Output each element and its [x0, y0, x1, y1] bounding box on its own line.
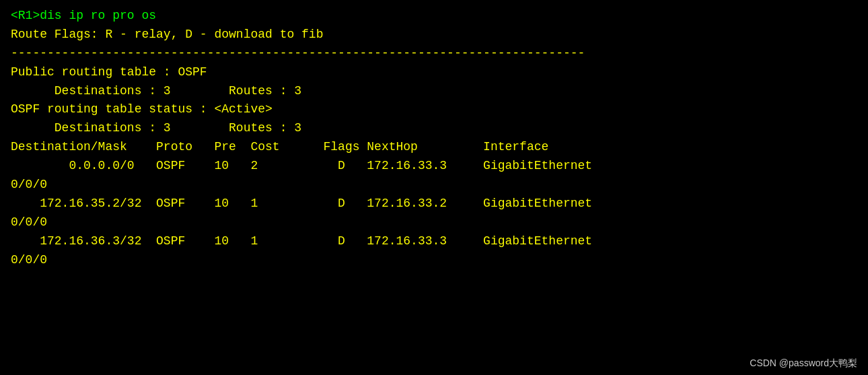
route-3b: 0/0/0: [11, 251, 857, 270]
ospf-status-line: OSPF routing table status : <Active>: [11, 100, 857, 119]
route-3a: 172.16.36.3/32 OSPF 10 1 D 172.16.33.3 G…: [11, 232, 857, 251]
table-header: Destination/Mask Proto Pre Cost Flags Ne…: [11, 138, 857, 157]
watermark: CSDN @password大鸭梨: [750, 357, 857, 370]
route-1a: 0.0.0.0/0 OSPF 10 2 D 172.16.33.3 Gigabi…: [11, 157, 857, 176]
destinations-line-1: Destinations : 3 Routes : 3: [11, 82, 857, 101]
destinations-line-2: Destinations : 3 Routes : 3: [11, 119, 857, 138]
route-2b: 0/0/0: [11, 213, 857, 232]
public-routing-line: Public routing table : OSPF: [11, 63, 857, 82]
route-2a: 172.16.35.2/32 OSPF 10 1 D 172.16.33.2 G…: [11, 195, 857, 213]
terminal-output: <R1>dis ip ro pro os Route Flags: R - re…: [11, 7, 857, 269]
command-line: <R1>dis ip ro pro os: [11, 7, 857, 26]
route-1b: 0/0/0: [11, 176, 857, 195]
divider-line: ----------------------------------------…: [11, 44, 857, 63]
route-flags-line: Route Flags: R - relay, D - download to …: [11, 26, 857, 44]
